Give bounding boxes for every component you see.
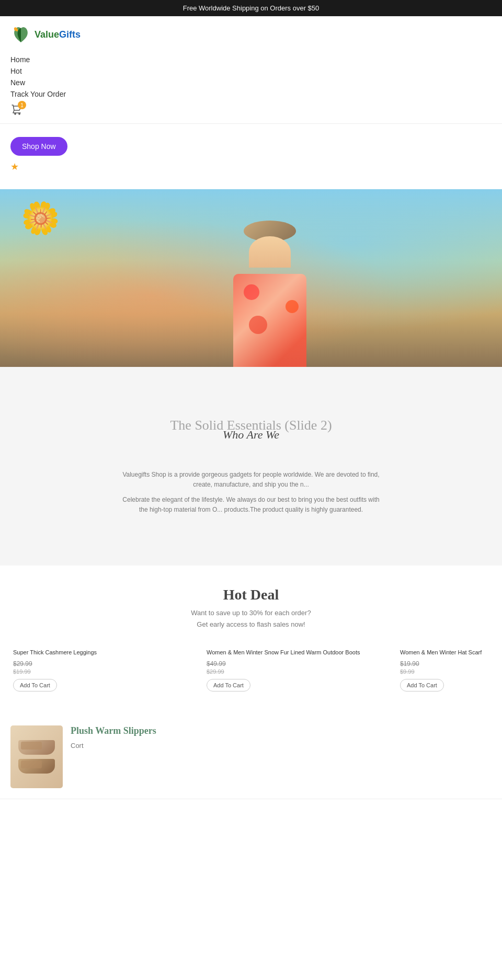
header: ValueGifts xyxy=(0,16,502,53)
featured-product-cort: Cort xyxy=(71,742,84,750)
add-to-cart-1[interactable]: Add To Cart xyxy=(207,679,250,691)
about-desc-2: Celebrate the elegant of the lifestyle. … xyxy=(120,495,382,515)
featured-product-title: Plush Warm Slippers xyxy=(71,725,492,736)
product-card-1: Women & Men Winter Snow Fur Lined Warm O… xyxy=(204,646,392,694)
products-row: Super Thick Cashmere Leggings $29.99 $19… xyxy=(10,646,492,694)
top-banner: Free Worldwide Shipping on Orders over $… xyxy=(0,0,502,16)
product-price-2: $19.90 xyxy=(400,660,489,667)
hero-person xyxy=(223,221,317,367)
about-desc-1: Valuegifts Shop is a provide gorgeous ga… xyxy=(120,470,382,490)
slipper-1 xyxy=(18,740,55,755)
head xyxy=(249,236,291,268)
product-sale-price-0: $19.99 xyxy=(13,668,196,675)
cart-icon-wrapper[interactable]: 1 xyxy=(0,101,33,121)
product-price-1: $49.99 xyxy=(207,660,390,667)
shop-now-button[interactable]: Shop Now xyxy=(10,137,67,156)
add-to-cart-2[interactable]: Add To Cart xyxy=(400,679,444,691)
logo-text: ValueGifts xyxy=(35,29,81,40)
about-title-area: The Solid Essentials (Slide 2) Who Are W… xyxy=(10,418,492,459)
who-we-are-title: Who Are We xyxy=(223,428,279,442)
logo-icon xyxy=(10,24,31,45)
hot-deal-subtitle-line1: Want to save up to 30% for each order? xyxy=(191,609,311,617)
product-card-0: Super Thick Cashmere Leggings $29.99 $19… xyxy=(10,646,199,694)
featured-product-info: Plush Warm Slippers Cort xyxy=(71,725,492,750)
slipper-pair xyxy=(18,740,55,774)
featured-product-image xyxy=(10,725,63,788)
about-content: The Solid Essentials (Slide 2) Who Are W… xyxy=(10,418,492,515)
product-card-2: Women & Men Winter Hat Scarf $19.90 $9.9… xyxy=(397,646,492,694)
hat xyxy=(244,221,296,241)
nav-home[interactable]: Home xyxy=(10,55,492,64)
hot-deal-section: Hot Deal Want to save up to 30% for each… xyxy=(0,566,502,715)
nav-hot[interactable]: Hot xyxy=(10,67,492,75)
hero-image: 🌼 xyxy=(0,189,502,367)
banner-text: Free Worldwide Shipping on Orders over $… xyxy=(183,4,320,12)
nav-divider xyxy=(0,123,502,124)
product-price-0: $29.99 xyxy=(13,660,196,667)
add-to-cart-0[interactable]: Add To Cart xyxy=(13,679,57,691)
product-name-1: Women & Men Winter Snow Fur Lined Warm O… xyxy=(207,649,390,656)
about-section: The Solid Essentials (Slide 2) Who Are W… xyxy=(0,367,502,566)
slipper-band-2 xyxy=(21,760,42,768)
floral2 xyxy=(286,300,299,313)
logo[interactable]: ValueGifts xyxy=(10,24,81,45)
slipper-2 xyxy=(18,759,55,774)
product-sale-price-2: $9.99 xyxy=(400,668,489,675)
featured-product: Plush Warm Slippers Cort xyxy=(0,715,502,799)
product-name-0: Super Thick Cashmere Leggings xyxy=(13,649,196,656)
nav-track[interactable]: Track Your Order xyxy=(10,90,492,98)
main-nav: Home Hot New Track Your Order xyxy=(0,53,502,101)
hot-deal-subtitle: Want to save up to 30% for each order? G… xyxy=(10,607,492,630)
hot-deal-title: Hot Deal xyxy=(10,586,492,603)
product-name-2: Women & Men Winter Hat Scarf xyxy=(400,649,489,656)
flower-decoration: 🌼 xyxy=(21,200,60,237)
slipper-band-1 xyxy=(21,742,42,750)
star-rating: ★ xyxy=(10,161,492,172)
hot-deal-subtitle-line2: Get early access to flash sales now! xyxy=(197,620,305,628)
hero-section: Shop Now ★ xyxy=(0,126,502,189)
body xyxy=(233,274,306,367)
cart-badge: 1 xyxy=(18,101,26,109)
product-sale-price-1: $29.99 xyxy=(207,668,390,675)
floral3 xyxy=(249,316,267,334)
floral1 xyxy=(244,284,259,300)
nav-new[interactable]: New xyxy=(10,78,492,87)
